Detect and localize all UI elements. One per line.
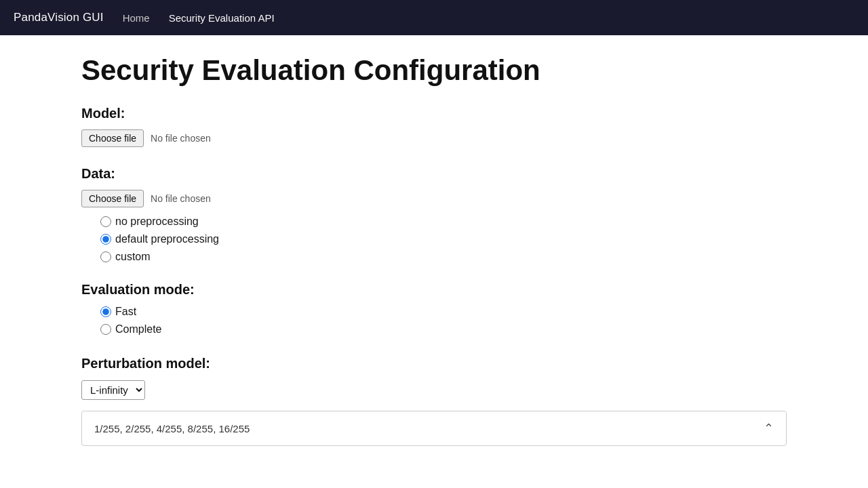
model-label: Model: (81, 106, 787, 121)
preprocessing-item-none: no preprocessing (100, 216, 787, 228)
preprocessing-label-default: default preprocessing (115, 233, 219, 245)
eval-mode-label-complete: Complete (115, 323, 161, 336)
data-file-wrapper: Choose file No file chosen (81, 190, 787, 207)
data-choose-file-button[interactable]: Choose file (81, 190, 144, 207)
preprocessing-radio-none[interactable] (100, 216, 111, 227)
preprocessing-label-custom: custom (115, 251, 151, 263)
preprocessing-radio-default[interactable] (100, 234, 111, 245)
eval-mode-section: Evaluation mode: Fast Complete (81, 282, 787, 336)
eval-mode-label: Evaluation mode: (81, 282, 787, 298)
data-no-file-text: No file chosen (151, 193, 211, 204)
data-label: Data: (81, 166, 787, 182)
navbar: PandaVision GUI Home Security Evaluation… (0, 0, 868, 35)
model-no-file-text: No file chosen (151, 133, 211, 144)
model-file-wrapper: Choose file No file chosen (81, 129, 787, 147)
nav-security-eval[interactable]: Security Evaluation API (169, 12, 275, 24)
nav-home[interactable]: Home (123, 12, 150, 24)
eval-mode-label-fast: Fast (115, 306, 136, 318)
model-section: Model: Choose file No file chosen (81, 106, 787, 147)
preprocessing-label-none: no preprocessing (115, 216, 199, 228)
model-choose-file-button[interactable]: Choose file (81, 129, 144, 147)
eval-mode-item-fast: Fast (100, 306, 787, 318)
preprocessing-item-custom: custom (100, 251, 787, 263)
preprocessing-list: no preprocessing default preprocessing c… (81, 216, 787, 263)
eval-mode-list: Fast Complete (81, 306, 787, 336)
chevron-up-icon: ⌃ (764, 421, 774, 436)
perturbation-section: Perturbation model: L-infinity L2 1/255,… (81, 354, 787, 446)
perturbation-label: Perturbation model: (81, 354, 787, 372)
epsilon-values-text: 1/255, 2/255, 4/255, 8/255, 16/255 (94, 423, 250, 434)
eval-mode-item-complete: Complete (100, 323, 787, 336)
data-section: Data: Choose file No file chosen no prep… (81, 166, 787, 263)
preprocessing-radio-custom[interactable] (100, 251, 111, 262)
page-title: Security Evaluation Configuration (81, 54, 787, 87)
preprocessing-item-default: default preprocessing (100, 233, 787, 245)
epsilon-values-box: 1/255, 2/255, 4/255, 8/255, 16/255 ⌃ (81, 411, 787, 446)
app-brand: PandaVision GUI (14, 11, 104, 24)
perturbation-model-select[interactable]: L-infinity L2 (81, 380, 145, 400)
eval-mode-radio-fast[interactable] (100, 306, 111, 317)
main-content: Security Evaluation Configuration Model:… (0, 35, 868, 484)
eval-mode-radio-complete[interactable] (100, 324, 111, 335)
